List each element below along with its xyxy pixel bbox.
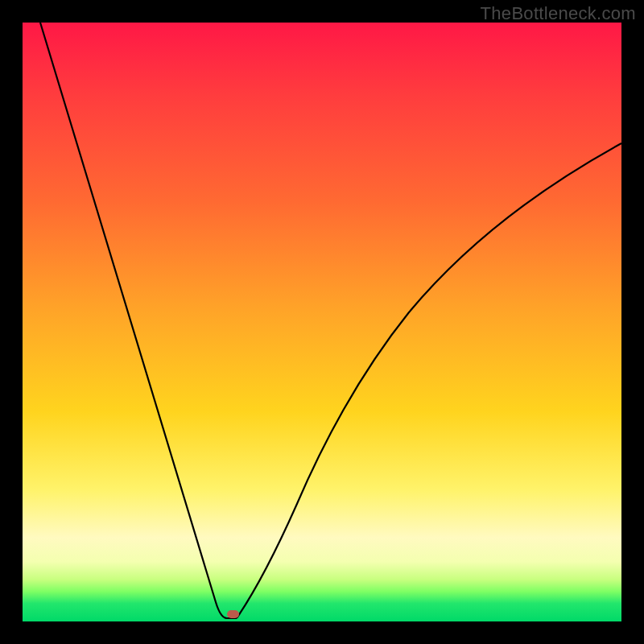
plot-area <box>23 23 621 621</box>
curve-left-branch <box>40 23 237 618</box>
watermark-text: TheBottleneck.com <box>481 3 636 24</box>
curve-svg <box>23 23 621 621</box>
optimum-marker <box>227 610 239 618</box>
curve-right-branch <box>237 143 621 618</box>
chart-frame: TheBottleneck.com <box>0 0 644 644</box>
